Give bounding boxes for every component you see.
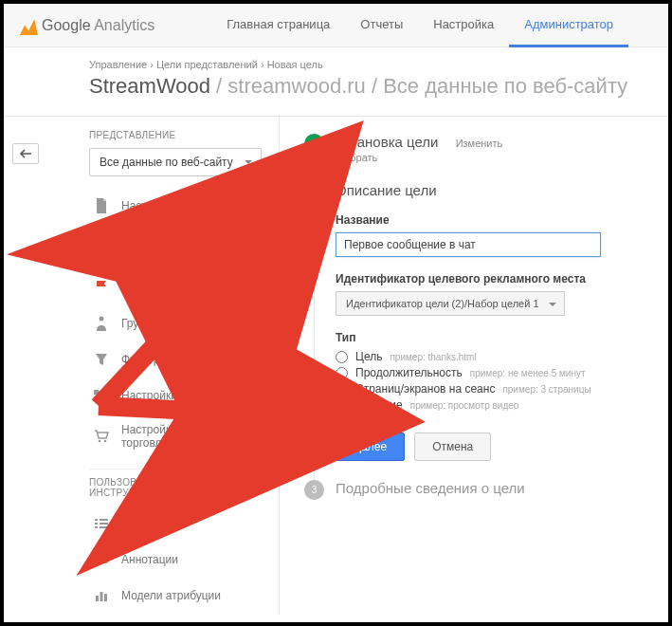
logo-google: Google bbox=[42, 17, 91, 33]
step2-badge: 2 bbox=[304, 182, 324, 202]
sidebar-item-annotations[interactable]: Аннотации bbox=[89, 542, 262, 578]
cart-icon bbox=[93, 428, 110, 445]
title-view: Все данные по веб-сайту bbox=[383, 74, 627, 98]
type-event-radio[interactable] bbox=[336, 399, 348, 412]
nav-customization[interactable]: Настройка bbox=[418, 4, 509, 47]
type-pages-radio[interactable] bbox=[336, 383, 348, 396]
logo-analytics: Analytics bbox=[94, 17, 154, 33]
type-pages-hint: пример: 3 страницы bbox=[502, 384, 590, 395]
step3-title: Подробные сведения о цели bbox=[336, 480, 651, 496]
sidebar-item-segments[interactable]: Сегменты bbox=[89, 506, 262, 542]
sidebar-item-label: Управление пользователями bbox=[121, 233, 262, 260]
step1-title: Установка цели bbox=[336, 134, 438, 150]
sidebar-item-label: Аннотации bbox=[121, 553, 178, 566]
svg-rect-10 bbox=[95, 523, 98, 525]
person-tree-icon bbox=[93, 315, 110, 332]
type-destination-hint: пример: thanks.html bbox=[390, 352, 476, 362]
view-dropdown[interactable]: Все данные по веб-сайту bbox=[89, 148, 262, 176]
goal-name-input[interactable] bbox=[336, 232, 601, 257]
sidebar-item-label: Настройки канала bbox=[121, 389, 217, 402]
step1-change-link[interactable]: Изменить bbox=[456, 138, 503, 149]
title-property: streamwood.ru bbox=[227, 74, 366, 98]
step2-title: Описание цели bbox=[336, 182, 651, 198]
svg-rect-12 bbox=[95, 526, 98, 528]
sidebar-item-label: Группы контента bbox=[121, 317, 209, 330]
annotation-icon bbox=[93, 551, 110, 568]
svg-rect-9 bbox=[100, 519, 108, 521]
segments-icon bbox=[93, 515, 110, 532]
svg-rect-5 bbox=[94, 396, 99, 401]
next-button[interactable]: Далее bbox=[336, 433, 405, 461]
document-icon bbox=[93, 197, 110, 214]
sidebar-item-label: Фильтры bbox=[121, 353, 168, 366]
title-account: StreamWood bbox=[89, 74, 210, 98]
goal-slot-select[interactable]: Идентификатор цели (2)/Набор целей 1 bbox=[336, 291, 565, 316]
svg-point-1 bbox=[96, 242, 100, 246]
svg-point-6 bbox=[99, 440, 101, 443]
check-icon bbox=[309, 138, 320, 150]
svg-marker-0 bbox=[19, 18, 38, 35]
ga-logo-icon bbox=[19, 16, 38, 35]
breadcrumb: Управление › Цели представлений › Новая … bbox=[4, 47, 668, 70]
type-duration-radio[interactable] bbox=[336, 367, 348, 379]
nav-admin[interactable]: Администратор bbox=[509, 4, 628, 47]
name-label: Название bbox=[336, 213, 651, 227]
svg-rect-17 bbox=[104, 594, 107, 601]
nav-home[interactable]: Главная страница bbox=[211, 4, 345, 47]
slot-label: Идентификатор целевого рекламного места bbox=[336, 272, 651, 285]
type-event-hint: пример: просмотр видео bbox=[410, 400, 519, 411]
svg-rect-16 bbox=[100, 592, 103, 601]
svg-rect-15 bbox=[96, 596, 99, 601]
cancel-button[interactable]: Отмена bbox=[414, 433, 491, 461]
type-pages-label: Страниц/экранов на сеанс bbox=[355, 382, 495, 396]
svg-rect-4 bbox=[94, 390, 99, 395]
sidebar-item-label: Настройки электронной торговли bbox=[121, 423, 262, 450]
flag-icon bbox=[93, 279, 110, 296]
sidebar-item-ecommerce[interactable]: Настройки электронной торговли bbox=[89, 414, 262, 459]
type-duration-hint: пример: не менее 5 минут bbox=[470, 368, 586, 378]
svg-point-3 bbox=[100, 317, 104, 322]
step1-choose: Выбрать bbox=[336, 152, 651, 163]
svg-rect-14 bbox=[96, 554, 107, 562]
crumb-b[interactable]: Цели представлений bbox=[156, 59, 258, 70]
type-duration-label: Продолжительность bbox=[355, 366, 463, 379]
sidebar-item-label: Настройки представления bbox=[121, 199, 260, 212]
svg-rect-8 bbox=[95, 519, 98, 521]
type-destination-label: Цель bbox=[355, 350, 382, 363]
svg-rect-11 bbox=[100, 523, 108, 525]
sidebar-item-attribution[interactable]: Модели атрибуции bbox=[89, 578, 262, 614]
channel-icon bbox=[93, 387, 110, 404]
svg-rect-13 bbox=[100, 526, 108, 528]
sidebar-item-view-settings[interactable]: Настройки представления bbox=[89, 188, 262, 224]
sidebar-item-label: Модели атрибуции bbox=[121, 589, 221, 602]
page-title: StreamWood / streamwood.ru / Все данные … bbox=[4, 70, 668, 116]
funnel-icon bbox=[93, 351, 110, 368]
sidebar-item-content-groups[interactable]: Группы контента bbox=[89, 305, 262, 341]
sidebar-item-goals[interactable]: Цели bbox=[89, 269, 262, 305]
users-icon bbox=[93, 238, 110, 255]
svg-point-2 bbox=[101, 242, 105, 246]
crumb-c: Новая цель bbox=[267, 59, 323, 70]
step3-badge: 3 bbox=[304, 480, 324, 500]
sidebar-item-label: Сегменты bbox=[121, 517, 173, 530]
section-tools-label: ПОЛЬЗОВАТЕЛЬСКИЕ ИНСТРУМЕНТЫ И ОБЪЕКТЫ bbox=[89, 477, 262, 498]
svg-point-7 bbox=[104, 440, 107, 443]
nav-reports[interactable]: Отчеты bbox=[345, 4, 418, 47]
sidebar-item-label: Цели bbox=[121, 281, 149, 294]
sidebar-item-filters[interactable]: Фильтры bbox=[89, 341, 262, 377]
section-view-label: ПРЕДСТАВЛЕНИЕ bbox=[89, 130, 262, 140]
logo: Google Analytics bbox=[19, 16, 154, 35]
sidebar-item-user-mgmt[interactable]: Управление пользователями bbox=[89, 224, 262, 269]
bars-icon bbox=[93, 587, 110, 604]
step1-badge bbox=[304, 134, 324, 154]
type-destination-radio[interactable] bbox=[336, 351, 348, 363]
type-label: Тип bbox=[336, 331, 651, 344]
crumb-a[interactable]: Управление bbox=[89, 59, 147, 70]
type-event-label: Событие bbox=[355, 398, 403, 412]
arrow-left-icon bbox=[19, 149, 32, 158]
sidebar-item-channel-settings[interactable]: Настройки канала bbox=[89, 377, 262, 414]
back-button[interactable] bbox=[12, 143, 39, 164]
